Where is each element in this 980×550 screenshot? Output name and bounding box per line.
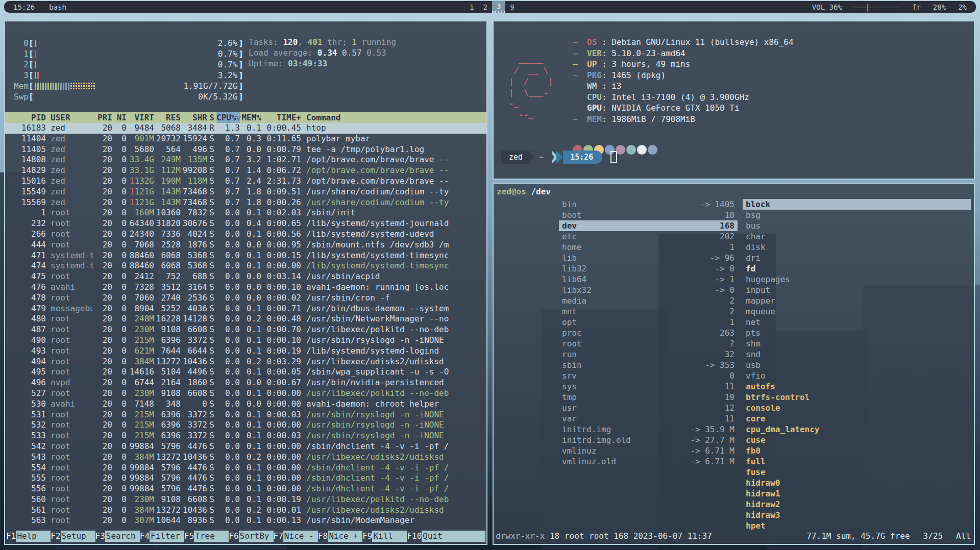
process-row[interactable]: 531root200215M63963372S0.00.10:00.03/usr… [5,410,486,420]
fkey-f8-nice[interactable]: F8Nice + [318,531,362,542]
process-row[interactable]: 493root200621M76446644S0.00.10:00.19/lib… [5,346,486,357]
file-item-bus[interactable]: bus [743,220,971,231]
process-row[interactable]: 560root200230M91086608S0.00.10:00.19/usr… [5,494,486,505]
fkey-f7-nice[interactable]: F7Nice - [274,531,318,542]
dir-item-vmlinuz.old[interactable]: vmlinuz.old-> 6.71 M [559,456,738,467]
column-header[interactable]: NI [112,112,127,123]
process-row[interactable]: 530avahi20071483480S0.00.00:00.00avahi-d… [5,399,486,410]
process-row[interactable]: 527root200230M91086608S0.00.10:00.00/usr… [5,388,486,399]
file-item-cuse[interactable]: cuse [743,435,971,445]
fkey-f9-kill[interactable]: F9Kill [362,531,407,542]
column-header[interactable]: SHR [181,112,207,123]
process-row[interactable]: 543root200384M1327210436S0.00.20:00.00/u… [5,452,486,463]
fkey-f3-search[interactable]: F3Search [95,531,140,542]
process-row[interactable]: 533root200215M63963372S0.00.10:00.03/usr… [5,431,486,441]
dir-item-lib[interactable]: lib-> 96 [559,253,738,263]
process-row[interactable]: 495root2001461651044496S0.00.10:00.05/sb… [5,367,486,378]
fkey-f6-sortby[interactable]: F6SortBy [229,531,273,542]
process-row[interactable]: 556root2009988457964476S0.00.10:00.00/sb… [5,484,486,494]
process-row[interactable]: 479messagebu200890452524036S0.00.10:00.7… [5,304,486,314]
file-item-input[interactable]: input [743,285,971,295]
dir-item-var[interactable]: var11 [559,413,738,424]
file-item-cpu_dma_latency[interactable]: cpu_dma_latency [743,424,971,435]
process-row[interactable]: 554root2009988457964476S0.00.10:00.00/sb… [5,463,486,473]
filter-mode[interactable]: All [956,531,971,542]
process-row[interactable]: 232root200643403182030676S0.00.40:00.65/… [5,218,486,229]
process-row[interactable]: 1root200160M103607832S0.00.10:02.03/sbin… [5,208,486,218]
process-row[interactable]: 561root200384M1327210436S0.00.20:00.01/u… [5,505,486,516]
process-row[interactable]: 496nvpd200674421641860S0.00.00:00.67/usr… [5,378,486,388]
file-item-full[interactable]: full [743,456,971,467]
process-row[interactable]: 487root200230M91086608S0.00.10:00.70/usr… [5,324,486,335]
file-item-fd[interactable]: fd [743,263,971,274]
file-item-mapper[interactable]: mapper [743,295,971,306]
file-item-hidraw3[interactable]: hidraw3 [743,510,971,520]
file-item-hidraw1[interactable]: hidraw1 [743,488,971,499]
dir-item-libx32[interactable]: libx32-> 0 [559,285,738,295]
dir-item-sbin[interactable]: sbin-> 353 [559,360,738,370]
file-item-snd[interactable]: snd [743,349,971,360]
column-header[interactable]: MEM% [240,112,261,123]
process-row[interactable]: 555root2009988457964476S0.00.10:00.00/sb… [5,473,486,484]
dir-item-lib64[interactable]: lib64-> 1 [559,274,738,285]
file-item-hpet[interactable]: hpet [743,520,971,531]
dir-item-opt[interactable]: opt1 [559,317,738,328]
file-item-net[interactable]: net [743,317,971,328]
keyboard-layout[interactable]: fr [912,3,921,11]
process-row[interactable]: 14829zed20033.1G112M99208S0.71.40:06.72/… [5,165,486,176]
column-header[interactable]: S [207,112,216,123]
dir-item-mnt[interactable]: mnt2 [559,306,738,317]
dir-item-initrd.img[interactable]: initrd.img-> 35.9 M [559,424,738,435]
fkey-f4-filter[interactable]: F4Filter [140,531,184,542]
workspace-9[interactable]: 9 [505,1,519,13]
process-row[interactable]: 480root200248M1622814128S0.00.20:00.48/u… [5,314,486,324]
dir-item-srv[interactable]: srv0 [559,370,738,381]
process-row[interactable]: 490root200215M63963372S0.00.10:00.10/usr… [5,335,486,346]
dir-item-proc[interactable]: proc263 [559,328,738,338]
process-row[interactable]: 471systemd-t2008846060685368S0.00.10:00.… [5,251,486,261]
process-row[interactable]: 474systemd-t2008846060685368S0.00.10:00.… [5,261,486,271]
process-row[interactable]: 266root2002434073364024S0.00.10:00.56/li… [5,229,486,240]
column-header[interactable]: Command [301,112,480,123]
dir-item-vmlinuz[interactable]: vmlinuz-> 6.71 M [559,445,738,456]
dir-item-initrd.img.old[interactable]: initrd.img.old-> 27.7 M [559,435,738,445]
process-row[interactable]: 11405zed2005680564496S0.70.00:00.79tee -… [5,144,486,155]
dir-item-home[interactable]: home1 [559,242,738,253]
dir-item-media[interactable]: media2 [559,295,738,306]
process-row[interactable]: 542root2009988457964476S0.00.10:00.00/sb… [5,441,486,452]
process-row[interactable]: 14808zed20033.4G249M135MS0.73.21:02.71/o… [5,155,486,165]
dir-item-bin[interactable]: bin-> 1405 [559,199,738,210]
file-item-char[interactable]: char [743,231,971,242]
ranger-window[interactable]: zed@os /dev bin-> 1405boot10dev168etc202… [493,183,975,545]
volume-slider[interactable]: ———|———————— [854,3,900,11]
file-item-vfio[interactable]: vfio [743,370,971,381]
process-row[interactable]: 16183zed200948450683484R1.30.10:00.45hto… [5,123,486,134]
fkey-f2-setup[interactable]: F2Setup [51,531,95,542]
dir-item-run[interactable]: run32 [559,349,738,360]
terminal-cursor[interactable] [610,151,617,163]
process-row[interactable]: 15016zed2001132G190M118MS0.72.42:31.73/o… [5,176,486,187]
file-item-pts[interactable]: pts [743,328,971,338]
fkey-f1-help[interactable]: F1Help [6,531,51,542]
file-item-disk[interactable]: disk [743,242,971,253]
fkey-f5-tree[interactable]: F5Tree [184,531,229,542]
dir-item-boot[interactable]: boot10 [559,210,738,220]
dir-item-usr[interactable]: usr12 [559,403,738,413]
file-item-block[interactable]: block [743,199,971,210]
process-row[interactable]: 15549zed2001121G143M73468S0.71.80:09.51/… [5,187,486,197]
file-item-usb[interactable]: usb [743,360,971,370]
file-item-core[interactable]: core [743,413,971,424]
dir-item-sys[interactable]: sys11 [559,381,738,392]
file-item-btrfs-control[interactable]: btrfs-control [743,392,971,403]
file-item-autofs[interactable]: autofs [743,381,971,392]
process-row[interactable]: 444root200706825281876S0.00.00:00.95/sbi… [5,240,486,251]
process-row[interactable]: 563root200307M106448936S0.00.10:00.13/us… [5,515,486,526]
column-header[interactable]: RES [154,112,181,123]
file-item-fb0[interactable]: fb0 [743,445,971,456]
column-header[interactable]: PRI [93,112,112,123]
file-item-hidraw2[interactable]: hidraw2 [743,499,971,510]
process-row[interactable]: 15569zed2001121G143M73468S0.71.80:00.26/… [5,197,486,208]
process-row[interactable]: 494root200384M1327210436S0.00.20:03.29/u… [5,357,486,367]
file-item-hugepages[interactable]: hugepages [743,274,971,285]
fetch-terminal-window[interactable]: _____ / __ \ | / | | \___- -_ --_ —OS : … [493,20,975,180]
